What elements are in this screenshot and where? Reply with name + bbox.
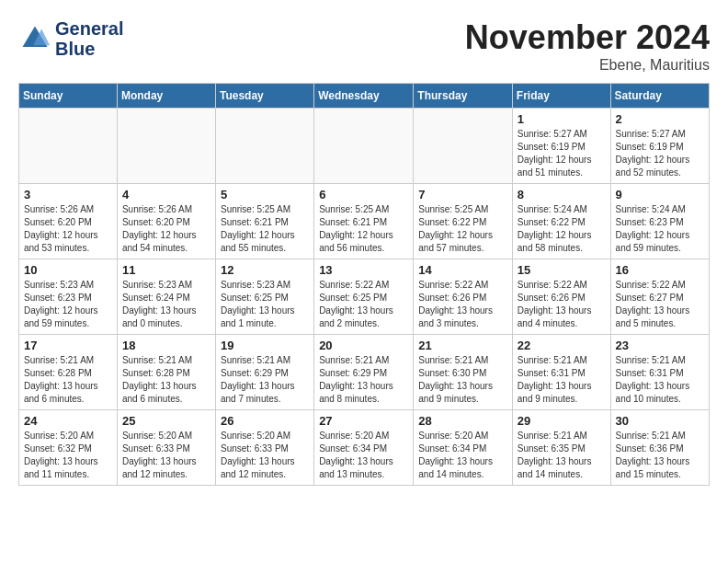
month-title: November 2024 (465, 18, 710, 57)
day-info: Sunrise: 5:21 AM Sunset: 6:30 PM Dayligh… (418, 354, 507, 406)
day-info: Sunrise: 5:22 AM Sunset: 6:26 PM Dayligh… (418, 279, 507, 330)
week-row-4: 24Sunrise: 5:20 AM Sunset: 6:32 PM Dayli… (19, 410, 710, 486)
calendar-cell: 18Sunrise: 5:21 AM Sunset: 6:28 PM Dayli… (117, 335, 215, 410)
calendar-cell: 15Sunrise: 5:22 AM Sunset: 6:26 PM Dayli… (512, 259, 610, 335)
calendar-cell: 13Sunrise: 5:22 AM Sunset: 6:25 PM Dayli… (314, 259, 414, 335)
day-info: Sunrise: 5:25 AM Sunset: 6:21 PM Dayligh… (319, 203, 408, 255)
day-info: Sunrise: 5:21 AM Sunset: 6:35 PM Dayligh… (518, 430, 606, 481)
day-number: 29 (518, 414, 606, 428)
day-number: 30 (616, 414, 704, 428)
calendar-cell (414, 109, 513, 184)
day-number: 3 (24, 188, 112, 201)
week-row-2: 10Sunrise: 5:23 AM Sunset: 6:23 PM Dayli… (19, 259, 710, 335)
calendar-cell: 19Sunrise: 5:21 AM Sunset: 6:29 PM Dayli… (215, 335, 313, 410)
day-number: 14 (418, 263, 507, 277)
day-number: 1 (518, 112, 606, 126)
day-number: 13 (319, 263, 408, 277)
day-number: 12 (221, 263, 309, 277)
weekday-header-row: SundayMondayTuesdayWednesdayThursdayFrid… (19, 84, 710, 109)
weekday-header-saturday: Saturday (610, 84, 709, 109)
weekday-header-sunday: Sunday (19, 84, 118, 109)
location-subtitle: Ebene, Mauritius (465, 57, 710, 74)
day-number: 11 (122, 263, 210, 277)
weekday-header-friday: Friday (512, 84, 610, 109)
day-info: Sunrise: 5:22 AM Sunset: 6:25 PM Dayligh… (319, 279, 408, 330)
calendar-cell: 11Sunrise: 5:23 AM Sunset: 6:24 PM Dayli… (117, 259, 215, 335)
calendar-cell: 23Sunrise: 5:21 AM Sunset: 6:31 PM Dayli… (610, 335, 709, 410)
day-number: 9 (616, 188, 704, 201)
day-number: 15 (518, 263, 606, 277)
calendar-cell: 30Sunrise: 5:21 AM Sunset: 6:36 PM Dayli… (610, 410, 709, 486)
day-number: 7 (418, 188, 507, 201)
day-info: Sunrise: 5:21 AM Sunset: 6:28 PM Dayligh… (24, 354, 112, 406)
calendar-table: SundayMondayTuesdayWednesdayThursdayFrid… (18, 83, 710, 486)
calendar-cell (19, 109, 118, 184)
title-area: November 2024 Ebene, Mauritius (465, 18, 710, 74)
day-number: 24 (24, 414, 112, 428)
calendar-cell: 2Sunrise: 5:27 AM Sunset: 6:19 PM Daylig… (610, 109, 709, 184)
calendar-cell: 3Sunrise: 5:26 AM Sunset: 6:20 PM Daylig… (19, 184, 118, 259)
weekday-header-monday: Monday (117, 84, 215, 109)
calendar-cell: 7Sunrise: 5:25 AM Sunset: 6:22 PM Daylig… (414, 184, 513, 259)
calendar-cell: 16Sunrise: 5:22 AM Sunset: 6:27 PM Dayli… (610, 259, 709, 335)
day-number: 16 (616, 263, 704, 277)
day-number: 2 (616, 112, 704, 126)
day-info: Sunrise: 5:24 AM Sunset: 6:22 PM Dayligh… (518, 203, 606, 255)
day-number: 23 (616, 339, 704, 352)
week-row-3: 17Sunrise: 5:21 AM Sunset: 6:28 PM Dayli… (19, 335, 710, 410)
day-info: Sunrise: 5:21 AM Sunset: 6:31 PM Dayligh… (518, 354, 606, 406)
day-info: Sunrise: 5:20 AM Sunset: 6:34 PM Dayligh… (319, 430, 408, 481)
day-info: Sunrise: 5:22 AM Sunset: 6:27 PM Dayligh… (616, 279, 704, 330)
day-number: 8 (518, 188, 606, 201)
weekday-header-wednesday: Wednesday (314, 84, 414, 109)
day-info: Sunrise: 5:25 AM Sunset: 6:22 PM Dayligh… (418, 203, 507, 255)
day-number: 27 (319, 414, 408, 428)
week-row-1: 3Sunrise: 5:26 AM Sunset: 6:20 PM Daylig… (19, 184, 710, 259)
calendar-cell: 26Sunrise: 5:20 AM Sunset: 6:33 PM Dayli… (215, 410, 313, 486)
day-info: Sunrise: 5:24 AM Sunset: 6:23 PM Dayligh… (616, 203, 704, 255)
calendar-cell: 1Sunrise: 5:27 AM Sunset: 6:19 PM Daylig… (512, 109, 610, 184)
day-info: Sunrise: 5:21 AM Sunset: 6:36 PM Dayligh… (616, 430, 704, 481)
day-info: Sunrise: 5:20 AM Sunset: 6:33 PM Dayligh… (221, 430, 309, 481)
calendar-cell: 5Sunrise: 5:25 AM Sunset: 6:21 PM Daylig… (215, 184, 313, 259)
day-info: Sunrise: 5:23 AM Sunset: 6:25 PM Dayligh… (221, 279, 309, 330)
calendar-cell: 17Sunrise: 5:21 AM Sunset: 6:28 PM Dayli… (19, 335, 118, 410)
day-number: 6 (319, 188, 408, 201)
weekday-header-tuesday: Tuesday (215, 84, 313, 109)
day-number: 26 (221, 414, 309, 428)
logo: General Blue (18, 18, 123, 59)
day-number: 20 (319, 339, 408, 352)
day-number: 5 (221, 188, 309, 201)
calendar-cell: 29Sunrise: 5:21 AM Sunset: 6:35 PM Dayli… (512, 410, 610, 486)
day-number: 28 (418, 414, 507, 428)
calendar-cell: 8Sunrise: 5:24 AM Sunset: 6:22 PM Daylig… (512, 184, 610, 259)
calendar-cell: 20Sunrise: 5:21 AM Sunset: 6:29 PM Dayli… (314, 335, 414, 410)
calendar-cell: 22Sunrise: 5:21 AM Sunset: 6:31 PM Dayli… (512, 335, 610, 410)
calendar-cell: 14Sunrise: 5:22 AM Sunset: 6:26 PM Dayli… (414, 259, 513, 335)
calendar-cell: 12Sunrise: 5:23 AM Sunset: 6:25 PM Dayli… (215, 259, 313, 335)
day-info: Sunrise: 5:25 AM Sunset: 6:21 PM Dayligh… (221, 203, 309, 255)
day-number: 4 (122, 188, 210, 201)
calendar-cell: 10Sunrise: 5:23 AM Sunset: 6:23 PM Dayli… (19, 259, 118, 335)
calendar-cell (117, 109, 215, 184)
calendar-cell (215, 109, 313, 184)
calendar-cell: 24Sunrise: 5:20 AM Sunset: 6:32 PM Dayli… (19, 410, 118, 486)
calendar-cell: 27Sunrise: 5:20 AM Sunset: 6:34 PM Dayli… (314, 410, 414, 486)
day-info: Sunrise: 5:20 AM Sunset: 6:33 PM Dayligh… (122, 430, 210, 481)
calendar-cell: 9Sunrise: 5:24 AM Sunset: 6:23 PM Daylig… (610, 184, 709, 259)
day-info: Sunrise: 5:20 AM Sunset: 6:32 PM Dayligh… (24, 430, 112, 481)
calendar-cell: 28Sunrise: 5:20 AM Sunset: 6:34 PM Dayli… (414, 410, 513, 486)
calendar-cell: 4Sunrise: 5:26 AM Sunset: 6:20 PM Daylig… (117, 184, 215, 259)
day-number: 22 (518, 339, 606, 352)
day-info: Sunrise: 5:26 AM Sunset: 6:20 PM Dayligh… (122, 203, 210, 255)
day-info: Sunrise: 5:23 AM Sunset: 6:24 PM Dayligh… (122, 279, 210, 330)
logo-icon (18, 22, 51, 55)
day-info: Sunrise: 5:27 AM Sunset: 6:19 PM Dayligh… (616, 128, 704, 179)
day-number: 19 (221, 339, 309, 352)
day-number: 10 (24, 263, 112, 277)
week-row-0: 1Sunrise: 5:27 AM Sunset: 6:19 PM Daylig… (19, 109, 710, 184)
logo-line1: General (55, 18, 123, 39)
day-info: Sunrise: 5:20 AM Sunset: 6:34 PM Dayligh… (418, 430, 507, 481)
day-number: 25 (122, 414, 210, 428)
day-number: 21 (418, 339, 507, 352)
